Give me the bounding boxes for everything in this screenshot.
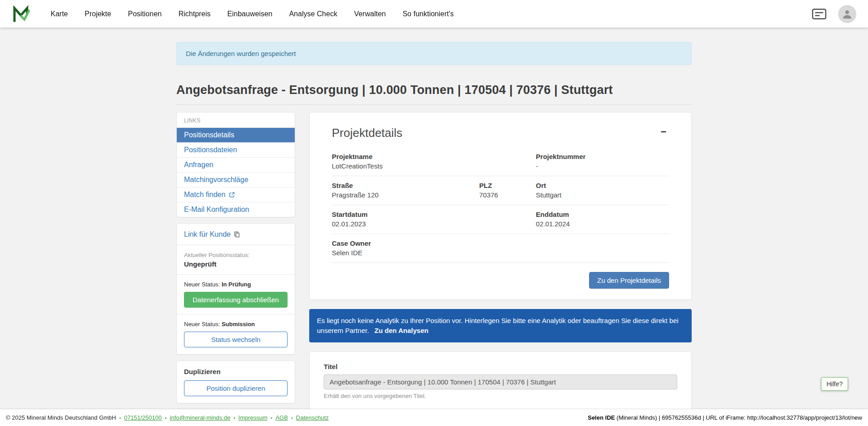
new-status-submission: Neuer Status: Submission	[184, 321, 288, 328]
titel-help: Erhält den von uns vorgegebenen Titel.	[324, 393, 677, 399]
sidebar-item-matchingvorschlaege[interactable]: Matchingvorschläge	[177, 172, 295, 187]
field-label: Startdatum	[332, 211, 536, 218]
sidebar-item-email-konfiguration[interactable]: E-Mail Konfiguration	[177, 202, 295, 217]
project-row: Case Owner Selen IDE	[332, 234, 669, 263]
field-value: Pragstraße 120	[332, 191, 479, 199]
analytics-alert-text: Es liegt noch keine Analytik zu Ihrer Po…	[317, 317, 679, 334]
session-details: (Mineral Minds) | 69576255536d | URL of …	[615, 414, 862, 421]
nav-item-so-funktionierts[interactable]: So funktioniert's	[402, 10, 453, 18]
nav-item-analyse-check[interactable]: Analyse Check	[289, 10, 337, 18]
field-value: Stuttgart	[536, 191, 669, 199]
field-label: Projektnummer	[536, 153, 669, 160]
sidebar-links-card: LINKS Positionsdetails Positionsdateien …	[176, 112, 295, 217]
nav-item-einbauweisen[interactable]: Einbauweisen	[227, 10, 273, 18]
duplicate-position-button[interactable]: Position duplizieren	[184, 380, 288, 396]
navbar-right	[812, 5, 856, 23]
top-navbar: Karte Projekte Positionen Richtpreis Ein…	[0, 0, 868, 28]
status-card: Link für Kunde Aktueller Positionsstatus…	[176, 223, 295, 355]
field-label: Enddatum	[536, 211, 669, 218]
new-status-prefix: Neuer Status:	[184, 281, 220, 288]
field-label: Projektname	[332, 153, 536, 160]
project-row: Projektname LotCreationTests Projektnumm…	[332, 147, 669, 176]
new-status-prefix: Neuer Status:	[184, 321, 220, 328]
main-content: Projektdetails − Projektname LotCreation…	[309, 112, 692, 426]
copyright-text: © 2025 Mineral Minds Deutschland GmbH	[6, 414, 116, 421]
nav-item-karte[interactable]: Karte	[51, 10, 68, 18]
sidebar-item-match-finden[interactable]: Match finden	[177, 187, 295, 202]
links-header: LINKS	[177, 112, 295, 127]
project-row: Straße Pragstraße 120 PLZ 70376 Ort Stut…	[332, 176, 669, 205]
user-avatar[interactable]	[838, 5, 856, 23]
field-label: PLZ	[479, 182, 536, 189]
email-link[interactable]: info@mineral-minds.de	[170, 414, 231, 421]
datenschutz-link[interactable]: Datenschutz	[296, 414, 329, 421]
help-button[interactable]: Hilfe?	[821, 377, 848, 391]
customer-link[interactable]: Link für Kunde	[184, 230, 240, 239]
finish-data-entry-button[interactable]: Datenerfassung abschließen	[184, 292, 288, 308]
new-status-value: Submission	[222, 321, 255, 328]
project-details-title: Projektdetails	[332, 126, 402, 140]
field-label: Case Owner	[332, 239, 669, 247]
page-scroll-area: Die Änderungen wurden gespeichert Angebo…	[0, 28, 868, 426]
switch-status-button[interactable]: Status wechseln	[184, 332, 288, 347]
divider	[177, 314, 295, 314]
field-value: 02.01.2023	[332, 220, 536, 228]
person-icon	[842, 9, 853, 19]
customer-link-label: Link für Kunde	[184, 230, 231, 239]
field-label: Ort	[536, 182, 669, 189]
collapse-button[interactable]: −	[658, 126, 669, 138]
impressum-link[interactable]: Impressum	[238, 414, 267, 421]
titel-input	[324, 375, 677, 389]
project-row: Startdatum 02.01.2023 Enddatum 02.01.202…	[332, 205, 669, 234]
match-finden-label: Match finden	[184, 191, 226, 199]
duplicate-title: Duplizieren	[184, 368, 288, 375]
sidebar-item-positionsdetails[interactable]: Positionsdetails	[177, 127, 295, 142]
saved-alert: Die Änderungen wurden gespeichert	[176, 42, 692, 65]
separator-dot: •	[233, 415, 235, 421]
new-status-value: In Prüfung	[222, 281, 251, 288]
analytics-alert: Es liegt noch keine Analytik zu Ihrer Po…	[309, 309, 692, 342]
session-user: Selen IDE	[588, 414, 615, 421]
field-value: Selen IDE	[332, 249, 669, 257]
main-nav: Karte Projekte Positionen Richtpreis Ein…	[51, 10, 454, 18]
external-link-icon	[229, 192, 235, 198]
copy-icon	[234, 231, 240, 238]
phone-link[interactable]: 07151/250100	[124, 414, 162, 421]
logo-icon	[12, 5, 30, 23]
separator-dot: •	[271, 415, 273, 421]
session-info: Selen IDE (Mineral Minds) | 69576255536d…	[588, 414, 862, 421]
nav-item-richtpreis[interactable]: Richtpreis	[179, 10, 211, 18]
project-details-card: Projektdetails − Projektname LotCreation…	[309, 112, 692, 300]
server-icon[interactable]	[812, 9, 826, 19]
page-title: Angebotsanfrage - Entsorgung | 10.000 To…	[176, 83, 692, 105]
duplicate-card: Duplizieren Position duplizieren	[176, 360, 295, 403]
field-value: LotCreationTests	[332, 162, 536, 170]
agb-link[interactable]: AGB	[275, 414, 288, 421]
field-value: 70376	[479, 191, 536, 199]
separator-dot: •	[165, 415, 167, 421]
divider	[177, 245, 295, 245]
titel-label: Titel	[324, 363, 677, 370]
nav-item-positionen[interactable]: Positionen	[128, 10, 162, 18]
footer: © 2025 Mineral Minds Deutschland GmbH • …	[0, 409, 868, 426]
separator-dot: •	[119, 415, 121, 421]
zu-den-analysen-link[interactable]: Zu den Analysen	[374, 327, 428, 334]
field-value: 02.01.2024	[536, 220, 669, 228]
mineral-minds-logo[interactable]	[12, 5, 30, 23]
divider	[177, 274, 295, 275]
project-details-button[interactable]: Zu den Projektdetails	[589, 272, 669, 289]
footer-left: © 2025 Mineral Minds Deutschland GmbH • …	[6, 414, 329, 421]
current-status-label: Aktueller Positionsstatus:	[184, 252, 288, 258]
field-value: -	[536, 162, 669, 170]
separator-dot: •	[291, 415, 293, 421]
new-status-in-pruefung: Neuer Status: In Prüfung	[184, 281, 288, 288]
nav-item-verwalten[interactable]: Verwalten	[354, 10, 386, 18]
field-label: Straße	[332, 182, 479, 189]
sidebar-item-positionsdateien[interactable]: Positionsdateien	[177, 142, 295, 157]
nav-item-projekte[interactable]: Projekte	[85, 10, 111, 18]
current-status-value: Ungeprüft	[184, 260, 288, 268]
sidebar: LINKS Positionsdetails Positionsdateien …	[176, 112, 295, 426]
sidebar-item-anfragen[interactable]: Anfragen	[177, 157, 295, 172]
